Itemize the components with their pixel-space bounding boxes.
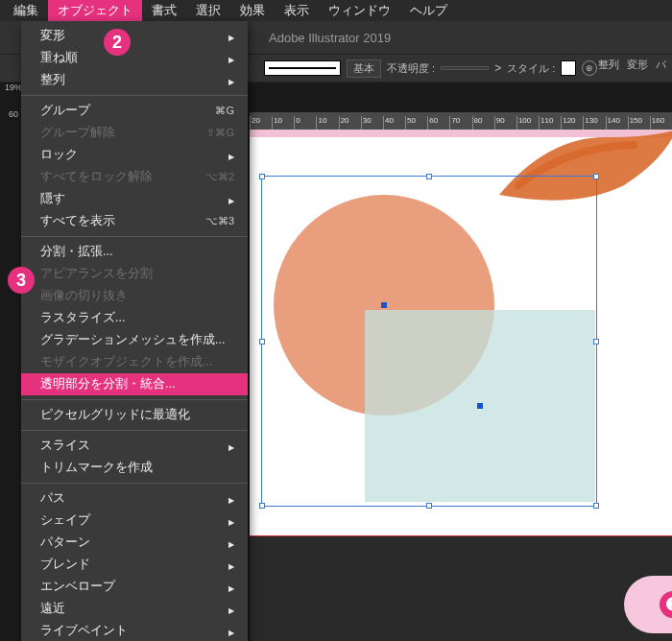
annotation-badge-1: ❶ [660, 591, 672, 618]
menu-item[interactable]: シェイプ [21, 510, 248, 532]
menu-item[interactable]: グループ⌘G [21, 100, 248, 122]
menu-item-label: すべてをロック解除 [40, 169, 153, 185]
menu-item-label: 透明部分を分割・統合... [40, 376, 175, 392]
menu-item[interactable]: ブレンド [21, 554, 248, 576]
submenu-arrow-icon [223, 603, 234, 616]
menu-item[interactable]: エンベロープ [21, 576, 248, 598]
menu-item-label: エンベロープ [40, 579, 115, 595]
menu-edit[interactable]: 編集 [4, 0, 48, 22]
menu-item-label: 分割・拡張... [40, 244, 112, 260]
menu-item[interactable]: 重ね順 [21, 47, 248, 69]
canvas[interactable] [250, 137, 672, 535]
submenu-arrow-icon [223, 74, 234, 87]
tab-align[interactable]: 整列 [598, 58, 619, 72]
menu-item[interactable]: ライブペイント [21, 620, 248, 641]
ruler-tick: 50 [405, 116, 427, 130]
menu-view[interactable]: 表示 [275, 0, 319, 22]
right-panel-tabs: 整列 変形 パ [592, 54, 672, 76]
annotation-speech-bubble: ❶ 全 選 択 [624, 576, 672, 633]
menu-item-label: モザイクオブジェクトを作成... [40, 354, 212, 370]
opacity-label: 不透明度 : [387, 61, 435, 76]
submenu-arrow-icon [223, 52, 234, 65]
annotation-badge-3: 3 [8, 267, 35, 294]
menu-item-label: グループ解除 [40, 125, 115, 141]
menu-item[interactable]: 分割・拡張... [21, 241, 248, 263]
menu-item[interactable]: トリムマークを作成 [21, 457, 248, 479]
submenu-arrow-icon [223, 536, 234, 550]
menu-item-label: ロック [40, 147, 78, 163]
submenu-arrow-icon [223, 149, 234, 162]
menu-separator [21, 399, 248, 400]
menu-item-label: ライブペイント [40, 623, 128, 639]
menu-item-label: 画像の切り抜き [40, 288, 128, 304]
app-title: Adobe Illustrator 2019 [269, 31, 391, 45]
menu-item-label: 変形 [40, 28, 65, 44]
menu-item[interactable]: 整列 [21, 69, 248, 91]
menu-item[interactable]: 透明部分を分割・統合... [21, 373, 248, 395]
object-menu-dropdown: 変形重ね順整列グループ⌘Gグループ解除⇧⌘Gロックすべてをロック解除⌥⌘2隠すす… [21, 21, 248, 641]
ruler-tick: 10 [316, 116, 338, 130]
menu-item-label: パターン [40, 534, 90, 551]
menu-item-label: グラデーションメッシュを作成... [40, 332, 225, 348]
menu-item[interactable]: スライス [21, 435, 248, 457]
bottom-panel: ❶ 全 選 択 [250, 535, 672, 641]
ruler-tick: 70 [449, 116, 471, 130]
selection-bounds [261, 176, 597, 507]
menu-item-label: 整列 [40, 72, 65, 88]
menu-item[interactable]: 隠す [21, 188, 248, 210]
menu-item-label: すべてを表示 [40, 213, 115, 229]
opacity-input[interactable] [441, 66, 489, 70]
menu-item[interactable]: パターン [21, 532, 248, 554]
menu-item-label: 隠す [40, 191, 65, 207]
submenu-arrow-icon [223, 625, 234, 638]
menu-separator [21, 95, 248, 96]
menu-item-label: トリムマークを作成 [40, 460, 153, 476]
menu-item-label: ブレンド [40, 557, 90, 573]
ruler-tick: 30 [361, 116, 383, 130]
submenu-arrow-icon [223, 558, 234, 572]
ruler-tick: 10 [272, 116, 294, 130]
menu-item[interactable]: ラスタライズ... [21, 307, 248, 329]
menu-item[interactable]: ロック [21, 144, 248, 166]
menu-item: アピアランスを分割 [21, 263, 248, 285]
menu-effect[interactable]: 効果 [230, 0, 275, 22]
menu-item-label: グループ [40, 103, 90, 119]
menu-shortcut: ⇧⌘G [206, 127, 234, 139]
style-swatch[interactable] [561, 60, 576, 76]
menu-item-label: 重ね順 [40, 50, 78, 66]
menu-shortcut: ⌥⌘3 [205, 215, 234, 227]
menu-item-label: シェイプ [40, 512, 90, 529]
menu-item: グループ解除⇧⌘G [21, 122, 248, 144]
submenu-arrow-icon [223, 193, 234, 206]
menu-item[interactable]: 変形 [21, 25, 248, 47]
tab-path[interactable]: パ [656, 58, 666, 72]
ruler-tick: 20 [339, 116, 361, 130]
menu-shortcut: ⌥⌘2 [205, 171, 234, 183]
menu-item[interactable]: すべてを表示⌥⌘3 [21, 210, 248, 232]
ruler-tick: 40 [383, 116, 405, 130]
menubar: 編集 オブジェクト 書式 選択 効果 表示 ウィンドウ ヘルプ [0, 0, 672, 21]
menu-item[interactable]: グラデーションメッシュを作成... [21, 329, 248, 351]
tab-transform[interactable]: 変形 [627, 58, 648, 72]
submenu-arrow-icon [223, 581, 234, 594]
menu-help[interactable]: ヘルプ [400, 0, 457, 22]
menu-item: モザイクオブジェクトを作成... [21, 351, 248, 373]
annotation-badge-2: 2 [104, 29, 131, 56]
style-label: スタイル : [507, 61, 555, 76]
menu-select[interactable]: 選択 [186, 0, 230, 22]
menu-item-label: アピアランスを分割 [40, 266, 153, 282]
menu-window[interactable]: ウィンドウ [319, 0, 400, 22]
menu-item[interactable]: ピクセルグリッドに最適化 [21, 404, 248, 426]
menu-type[interactable]: 書式 [142, 0, 186, 22]
stroke-preview[interactable] [264, 60, 341, 76]
submenu-arrow-icon [223, 439, 234, 453]
menu-separator [21, 430, 248, 431]
menu-object[interactable]: オブジェクト [48, 0, 142, 22]
menu-item[interactable]: パス [21, 487, 248, 510]
menu-item: 画像の切り抜き [21, 285, 248, 307]
menu-item[interactable]: 遠近 [21, 598, 248, 620]
menu-separator [21, 483, 248, 484]
stroke-profile-select[interactable]: 基本 [347, 59, 381, 78]
menu-separator [21, 236, 248, 237]
submenu-arrow-icon [223, 492, 234, 506]
